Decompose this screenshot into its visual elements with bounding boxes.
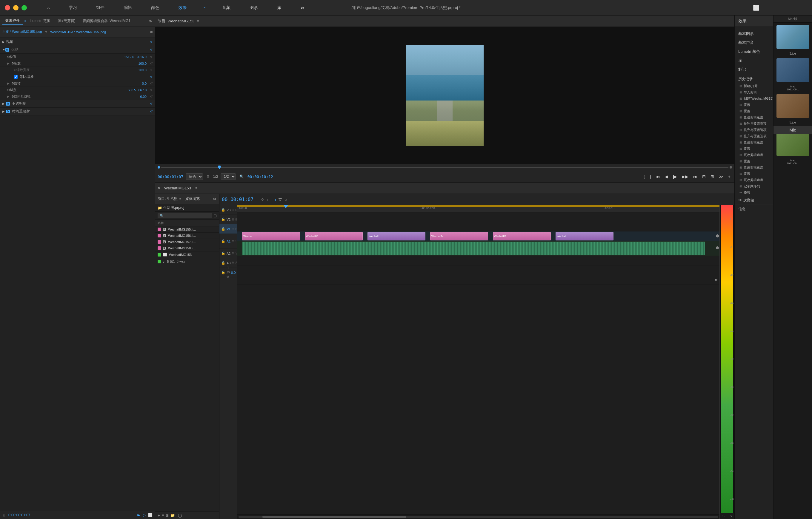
search-icon[interactable]: ⊞ <box>213 214 217 218</box>
opacity-section[interactable]: ▶ fx 不透明度 ↺ <box>0 100 155 108</box>
uniform-scale-checkbox[interactable] <box>14 75 18 79</box>
new-item-icon[interactable]: + <box>157 513 160 518</box>
a2-m[interactable]: M <box>232 252 234 255</box>
marker-tool[interactable]: ▽ <box>279 197 282 202</box>
timeremap-section[interactable]: ▶ fx 时间重映射 ↺ <box>0 108 155 116</box>
menu-item-home[interactable]: ⌂ <box>45 4 52 11</box>
mac-thumb-2[interactable] <box>777 58 809 82</box>
tab-audio-mixer[interactable]: 音频剪辑混合器: WechatIMG1 <box>80 17 134 25</box>
razor-tool[interactable]: ⊿ <box>284 197 288 202</box>
opacity-reset[interactable]: ↺ <box>150 102 152 105</box>
anchor-y[interactable]: 667.0 <box>138 88 147 92</box>
menu-item-library[interactable]: 库 <box>274 4 284 12</box>
master-value[interactable]: 0.0 <box>231 271 235 274</box>
lock-master[interactable]: 🔒 <box>221 271 225 274</box>
scrubber-track[interactable] <box>161 167 728 168</box>
timeline-close[interactable]: ✕ <box>157 186 161 190</box>
clip-v1-1[interactable]: Wechat <box>242 232 300 240</box>
step-back[interactable]: } <box>648 173 652 180</box>
position-y[interactable]: 2016.0 <box>137 55 147 59</box>
media-browser-tab[interactable]: 媒体浏览 <box>185 196 200 201</box>
menu-item-graphics[interactable]: 图形 <box>247 4 260 12</box>
video-section[interactable]: ▶ 视频 ↺ <box>0 38 155 46</box>
search-input[interactable] <box>157 213 212 218</box>
effect-controls-menu[interactable]: ≡ <box>25 20 26 23</box>
minimize-button[interactable] <box>13 5 19 10</box>
list-item[interactable]: 🖼 WechatIMG158.ji... <box>155 245 219 251</box>
v3-eye[interactable]: ⊞ <box>232 208 234 212</box>
video-reset[interactable]: ↺ <box>150 40 152 43</box>
more-controls[interactable]: ≫ <box>717 173 725 180</box>
v1-eye[interactable]: ⊞ <box>232 227 234 231</box>
go-in-point[interactable]: ⏮ <box>137 513 141 517</box>
uniformscale-reset[interactable]: ↺ <box>150 75 152 79</box>
go-to-in[interactable]: ⏮ <box>655 173 662 180</box>
search-btn[interactable]: ◯ <box>178 513 182 518</box>
master-end-nav[interactable]: ⏭ <box>715 278 718 281</box>
scale-reset[interactable]: ↺ <box>150 62 152 65</box>
mac-thumb-4[interactable] <box>777 132 809 156</box>
rotation-value[interactable]: 0.0 <box>142 82 147 85</box>
lock-v3[interactable]: 🔒 <box>221 208 225 212</box>
timeline-menu[interactable]: ≡ <box>195 186 197 190</box>
motion-reset[interactable]: ↺ <box>150 48 152 51</box>
snap-tool[interactable]: ⊏ <box>267 197 270 202</box>
clip-v1-6[interactable]: WechatI <box>556 232 613 240</box>
horizontal-scrollbar[interactable] <box>238 516 718 518</box>
antiflicker-expand[interactable]: ▶ <box>7 95 9 98</box>
add-marker[interactable]: + <box>727 173 732 180</box>
play-in-out[interactable]: ▷ <box>143 513 146 517</box>
menu-item-learn[interactable]: 学习 <box>66 4 79 12</box>
list-item[interactable]: ⬜ WechatIMG153 <box>155 251 219 258</box>
scroll-thumb[interactable] <box>262 516 406 518</box>
anchor-reset[interactable]: ↺ <box>150 88 152 92</box>
fit-selector[interactable]: 适合 <box>186 173 203 180</box>
position-stopwatch[interactable]: ⊙ <box>7 55 10 59</box>
menu-item-edit[interactable]: 编辑 <box>121 4 134 12</box>
rotation-expand[interactable]: ▶ <box>7 82 9 85</box>
scale-expand[interactable]: ▶ <box>7 62 9 65</box>
timeremap-reset[interactable]: ↺ <box>150 110 152 113</box>
lock-v1[interactable]: 🔒 <box>221 227 225 231</box>
clip-v1-4[interactable]: WechatIM <box>430 232 488 240</box>
anchor-stopwatch[interactable]: ⊙ <box>7 88 10 92</box>
clip-v1-3[interactable]: WechatI <box>368 232 426 240</box>
maximize-button[interactable] <box>22 5 27 10</box>
mac-thumb-3[interactable] <box>777 94 809 118</box>
list-item[interactable]: 🖼 WechatIMG155.ji... <box>155 226 219 233</box>
lock-v2[interactable]: 🔒 <box>221 217 225 221</box>
antiflicker-reset[interactable]: ↺ <box>150 95 152 98</box>
go-out-point[interactable]: ⬜ <box>148 513 152 517</box>
list-item[interactable]: 🖼 WechatIMG157.ji... <box>155 239 219 245</box>
lock-a2[interactable]: 🔒 <box>221 251 225 255</box>
list-item[interactable]: 🖼 WechatIMG156.ji... <box>155 233 219 239</box>
position-x[interactable]: 1512.0 <box>124 55 134 59</box>
step-back-many[interactable]: { <box>642 173 646 180</box>
tab-source[interactable]: 源:(无剪辑) <box>55 17 78 25</box>
tab-lumetri[interactable]: Lumetri 范围 <box>27 17 53 25</box>
step-prev[interactable]: ◀ <box>663 173 670 180</box>
scalewidth-reset[interactable]: ↺ <box>150 68 152 71</box>
mac-thumb-1[interactable] <box>777 25 809 49</box>
lock-a1[interactable]: 🔒 <box>221 239 225 243</box>
list-view-icon[interactable]: ≡ <box>162 513 164 518</box>
clip-v1-5[interactable]: WechatIM <box>493 232 551 240</box>
scalewidth-stopwatch[interactable]: ⊙ <box>14 68 17 72</box>
tab-effect-controls[interactable]: 效果控件 <box>2 17 23 25</box>
source-expand[interactable]: ⊞ <box>150 30 152 33</box>
rotation-reset[interactable]: ↺ <box>150 82 152 85</box>
clip-source[interactable]: WechatIMG153 * WechatIMG155.jpeg <box>50 30 106 34</box>
scale-stopwatch[interactable]: ⊙ <box>11 61 14 65</box>
preview-menu[interactable]: ≡ <box>197 19 199 23</box>
panel-more[interactable]: ≫ <box>149 19 152 23</box>
menu-item-components[interactable]: 组件 <box>94 4 107 12</box>
go-to-out[interactable]: ⏭ <box>692 173 699 180</box>
a1-m[interactable]: M <box>232 240 234 243</box>
lock-a3[interactable]: 🔒 <box>221 261 225 265</box>
ripple-tool[interactable]: ⊐ <box>272 197 276 202</box>
close-button[interactable] <box>5 5 10 10</box>
zoom-icon[interactable]: 🔍 <box>239 175 244 179</box>
project-menu-icon[interactable]: ≡ <box>179 197 181 201</box>
menu-more[interactable]: ≫ <box>298 4 307 11</box>
motion-section[interactable]: ▼ fx 运动 ↺ <box>0 46 155 54</box>
